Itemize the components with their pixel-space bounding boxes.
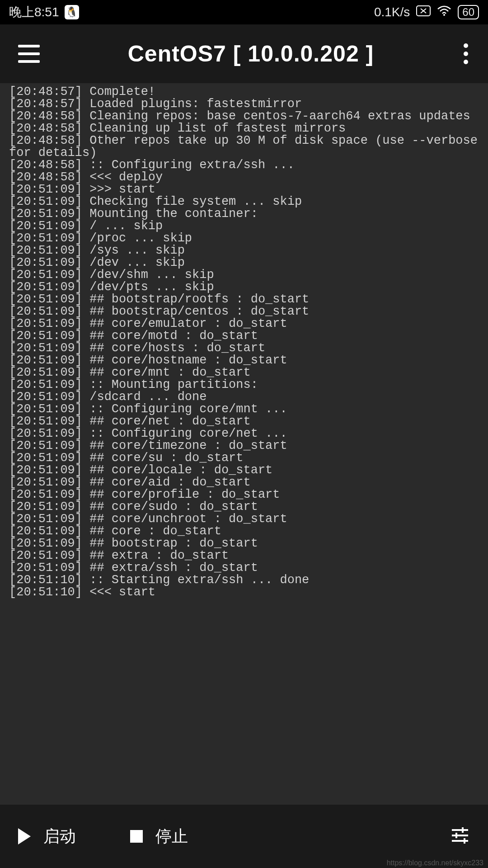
net-speed: 0.1K/s <box>374 5 410 19</box>
settings-icon[interactable] <box>450 826 470 847</box>
stop-button[interactable]: 停止 <box>130 826 188 848</box>
svg-rect-2 <box>452 829 468 831</box>
svg-rect-6 <box>452 840 468 842</box>
svg-point-1 <box>443 14 445 16</box>
svg-rect-5 <box>455 833 457 838</box>
svg-rect-7 <box>464 838 465 844</box>
start-label: 启动 <box>43 826 76 848</box>
svg-rect-4 <box>452 835 468 836</box>
status-bar: 晚上8:51 🐧 0.1K/s 60 <box>0 0 488 24</box>
app-header: CentOS7 [ 10.0.0.202 ] <box>0 24 488 83</box>
battery-icon: 60 <box>458 5 479 19</box>
start-button[interactable]: 启动 <box>18 826 76 848</box>
menu-icon[interactable] <box>18 45 40 63</box>
watermark: https://blog.csdn.net/skyxc233 <box>387 859 483 867</box>
play-icon <box>18 828 31 844</box>
bottom-bar: 启动 停止 <box>0 805 488 868</box>
status-time: 晚上8:51 <box>9 4 59 21</box>
svg-rect-3 <box>462 827 464 833</box>
stop-icon <box>130 830 143 843</box>
wifi-icon <box>437 5 451 19</box>
battery-level: 60 <box>462 6 474 19</box>
more-options-icon[interactable] <box>462 42 470 66</box>
page-title: CentOS7 [ 10.0.0.202 ] <box>40 41 462 67</box>
stop-label: 停止 <box>155 826 188 848</box>
close-box-icon <box>416 5 431 19</box>
qq-notification-icon: 🐧 <box>65 5 79 19</box>
terminal-output[interactable]: [20:48:57] Complete! [20:48:57] Loaded p… <box>0 83 488 805</box>
